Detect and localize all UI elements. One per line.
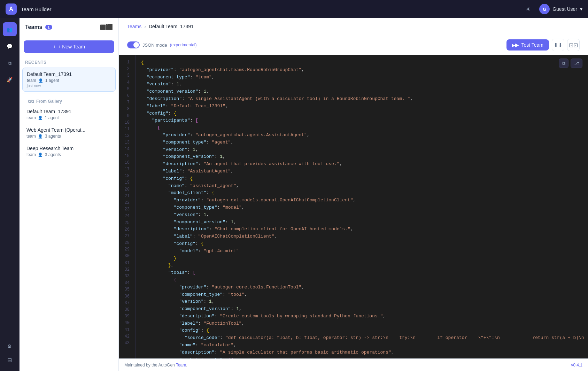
team-agents: 1 agent <box>45 78 59 83</box>
theme-toggle-button[interactable] <box>521 2 535 16</box>
bottom-bar: Maintained by the AutoGen Team. v0.4.1 <box>119 358 588 371</box>
team-item-meta: team 1 agent <box>27 78 111 83</box>
json-mode-switch[interactable] <box>127 41 140 48</box>
user-label: Guest User <box>552 6 577 12</box>
users-icon <box>38 78 43 83</box>
sidebar-item-pages[interactable] <box>3 56 17 70</box>
app-logo: A <box>6 3 17 15</box>
team-item-meta: team 3 agents <box>26 134 111 139</box>
toolbar-left: JSON mode (experimental) <box>127 41 197 48</box>
test-team-label: Test Team <box>521 42 543 48</box>
users-icon <box>38 134 43 139</box>
team-item[interactable]: Default Team_17391 team 1 agent <box>22 105 116 124</box>
team-item[interactable]: Web Agent Team (Operat... team 3 agents <box>22 124 116 142</box>
teams-icon <box>7 26 13 33</box>
panel-title-text: Teams <box>25 24 42 30</box>
collapse-icon: ⬛ <box>100 24 113 30</box>
footer-text: Maintained by the AutoGen Team. <box>124 363 187 368</box>
pages-icon <box>8 59 11 67</box>
user-menu[interactable]: G Guest User <box>539 4 582 14</box>
json-mode-label: JSON mode <box>142 42 167 48</box>
breadcrumb-separator: › <box>144 24 146 29</box>
new-team-button[interactable]: + + New Team <box>24 40 114 53</box>
teams-count-badge: 1 <box>45 25 52 30</box>
team-item-name: Default Team_17391 <box>27 71 111 77</box>
code-editor-inner: 12345 678910 1112131415 1617181920 21222… <box>119 55 588 358</box>
breadcrumb: Teams › Default Team_17391 <box>119 18 588 35</box>
plus-icon: + <box>53 44 56 49</box>
team-item-name: Deep Research Team <box>26 146 111 151</box>
team-item-meta: team 1 agent <box>26 115 111 120</box>
sidebar-item-rocket[interactable] <box>3 72 17 86</box>
json-mode-toggle: JSON mode (experimental) <box>127 41 197 48</box>
team-type: team <box>26 152 36 157</box>
divider <box>22 93 116 93</box>
code-content: { "provider": "autogen_agentchat.teams.R… <box>136 55 588 358</box>
code-editor[interactable]: 12345 678910 1112131415 1617181920 21222… <box>119 55 588 358</box>
team-item[interactable]: Default Team_17391 team 1 agent just now… <box>22 68 116 92</box>
autogen-link[interactable]: Team <box>176 363 186 368</box>
toolbar-right: ▶ Test Team ⬇ ⊡ <box>506 39 580 51</box>
breadcrumb-root[interactable]: Teams <box>127 24 141 29</box>
terminal-icon <box>7 356 12 364</box>
sidebar-item-terminal[interactable] <box>3 353 17 367</box>
experimental-link[interactable]: (experimental) <box>170 42 197 47</box>
sidebar-bottom <box>3 339 17 367</box>
team-list: Default Team_17391 team 1 agent just now… <box>20 66 118 371</box>
editor-overlay: ⧉ ⎇ <box>559 59 582 68</box>
sun-icon <box>526 6 531 13</box>
play-icon: ▶ <box>512 42 519 48</box>
gallery-label-text: From Gallery <box>36 99 62 104</box>
panel-title: Teams 1 <box>25 24 52 30</box>
topbar: A Team Builder G Guest User <box>0 0 588 18</box>
toolbar: JSON mode (experimental) ▶ Test Team ⬇ ⊡ <box>119 35 588 55</box>
sidebar-item-settings[interactable] <box>3 339 17 353</box>
app-title: Team Builder <box>21 6 517 12</box>
left-panel-header: Teams 1 ⬛ <box>20 18 118 36</box>
team-type: team <box>26 115 36 120</box>
team-item-name: Web Agent Team (Operat... <box>26 127 111 133</box>
icon-sidebar <box>0 18 20 371</box>
toggle-knob <box>133 42 139 48</box>
gallery-label: ⧉ From Gallery <box>22 95 116 105</box>
breadcrumb-current: Default Team_17391 <box>149 24 194 29</box>
download-button[interactable]: ⬇ <box>552 39 564 51</box>
branches-icon: ⎇ <box>574 61 579 66</box>
avatar: G <box>539 4 550 14</box>
collapse-panel-button[interactable]: ⬛ <box>100 24 113 30</box>
line-numbers: 12345 678910 1112131415 1617181920 21222… <box>119 55 136 358</box>
team-agents: 1 agent <box>45 115 59 120</box>
save-icon: ⊡ <box>569 42 578 48</box>
copy-icon: ⧉ <box>562 60 565 66</box>
team-type: team <box>26 134 36 139</box>
left-panel: Teams 1 ⬛ + + New Team Recents Default T… <box>20 18 119 371</box>
download-icon: ⬇ <box>554 42 563 48</box>
sidebar-item-teams[interactable] <box>3 22 17 36</box>
test-team-button[interactable]: ▶ Test Team <box>506 39 549 51</box>
chat-icon <box>7 42 13 50</box>
team-agents: 3 agents <box>45 152 61 157</box>
chevron-down-icon <box>580 6 582 12</box>
team-type: team <box>27 78 36 83</box>
topbar-right: G Guest User <box>521 2 582 16</box>
main-layout: Teams 1 ⬛ + + New Team Recents Default T… <box>0 18 588 371</box>
gear-icon <box>7 342 12 350</box>
users-icon <box>38 152 43 157</box>
sidebar-item-chat[interactable] <box>3 39 17 53</box>
content-area: Teams › Default Team_17391 JSON mode (ex… <box>119 18 588 371</box>
gallery-icon: ⧉ <box>28 99 34 104</box>
recents-label: Recents <box>20 57 118 66</box>
team-agents: 3 agents <box>45 134 61 139</box>
team-item[interactable]: Deep Research Team team 3 agents <box>22 142 116 161</box>
users-icon <box>38 115 43 120</box>
format-code-button[interactable]: ⎇ <box>571 59 582 68</box>
version-badge: v0.4.1 <box>571 363 582 368</box>
copy-code-button[interactable]: ⧉ <box>559 59 568 68</box>
new-team-label: + New Team <box>58 44 85 49</box>
rocket-icon <box>7 76 13 83</box>
save-button[interactable]: ⊡ <box>567 39 580 51</box>
team-item-name: Default Team_17391 <box>26 109 111 114</box>
team-item-meta: team 3 agents <box>26 152 111 157</box>
team-item-time: just now <box>27 84 111 88</box>
